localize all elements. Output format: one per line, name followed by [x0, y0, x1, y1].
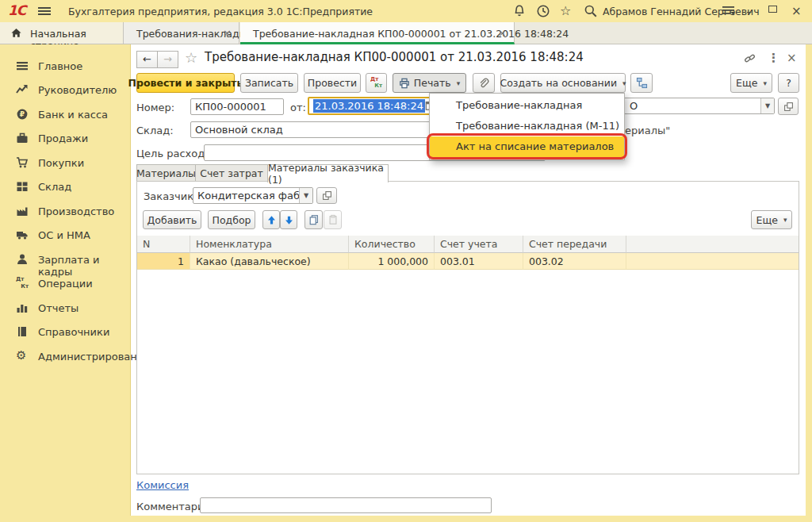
- sidebar-item-rukovoditelyu[interactable]: Руководителю: [0, 79, 131, 102]
- table-row-cell-empty[interactable]: [626, 253, 799, 270]
- tab-materialy-zakazchika[interactable]: Материалы заказчика (1): [267, 164, 389, 182]
- sidebar-item-sklad[interactable]: Склад: [0, 176, 131, 198]
- trend-icon: [16, 83, 29, 96]
- window-frame-right: [806, 44, 812, 522]
- truck-icon: [16, 228, 29, 241]
- close-document-icon[interactable]: ×: [787, 51, 797, 65]
- sidebar-item-otchety[interactable]: Отчеты: [0, 297, 131, 320]
- paperclip-icon: [478, 78, 489, 89]
- post-and-close-button[interactable]: Провести и закрыть: [136, 73, 235, 93]
- tab-document-active[interactable]: Требование-накладная КП00-000001 от 21.0…: [240, 22, 515, 44]
- table-row-cell-kolichestvo[interactable]: 1 000,000: [349, 253, 435, 270]
- sidebar-item-operacii[interactable]: ДтКт Операции: [0, 273, 131, 295]
- application-title: Бухгалтерия предприятия, редакция 3.0 1С…: [68, 6, 373, 17]
- sidebar-item-label: ОС и НМА: [38, 229, 90, 241]
- tab-close-icon[interactable]: ×: [223, 27, 232, 39]
- favorites-icon[interactable]: ☆: [560, 3, 574, 17]
- factory-icon: [16, 205, 29, 217]
- sections-sidebar: Главное Руководителю ₽ Банк и касса Прод…: [0, 44, 131, 522]
- arrow-up-icon: [266, 215, 277, 225]
- gear-icon: ⚙: [16, 348, 29, 361]
- get-link-icon[interactable]: [744, 52, 756, 64]
- help-button[interactable]: ?: [778, 73, 799, 93]
- number-field[interactable]: КП00-000001: [190, 98, 284, 115]
- history-icon[interactable]: [536, 4, 550, 18]
- warehouse-blocks-icon: [16, 180, 29, 193]
- sidebar-item-label: Руководителю: [38, 84, 117, 96]
- save-button[interactable]: Записать: [240, 73, 298, 93]
- tab-label: Требование-накладная КП00-000001 от 21.0…: [253, 28, 569, 40]
- close-window-icon[interactable]: ×: [791, 5, 802, 17]
- chevron-down-icon[interactable]: ▼: [299, 188, 312, 203]
- col-header-n[interactable]: N: [137, 236, 190, 253]
- print-button[interactable]: Печать: [393, 73, 466, 93]
- sidebar-item-administrirovanie[interactable]: ⚙ Администрирование: [0, 346, 131, 368]
- sidebar-item-bank-i-kassa[interactable]: ₽ Банк и касса: [0, 104, 131, 126]
- table-row-cell-nomenklatura[interactable]: Какао (давальческое): [190, 253, 349, 270]
- add-row-button[interactable]: Добавить: [143, 210, 201, 229]
- tab-materialy[interactable]: Материалы: [136, 164, 196, 182]
- sidebar-item-pokupki[interactable]: Покупки: [0, 152, 131, 175]
- structure-report-button[interactable]: [630, 73, 653, 93]
- ruble-coin-icon: ₽: [16, 108, 29, 121]
- table-row-cell-schet-peredachi[interactable]: 003.02: [523, 253, 626, 270]
- table-row-cell-n[interactable]: 1: [137, 253, 190, 270]
- sidebar-item-label: Склад: [38, 181, 71, 193]
- customer-field[interactable]: Кондитерская фабрика куп ▼: [193, 187, 313, 204]
- col-header-nomenklatura[interactable]: Номенклатура: [190, 236, 349, 253]
- table-row-cell-schet-ucheta[interactable]: 003.01: [435, 253, 523, 270]
- sidebar-item-label: Администрирование: [38, 351, 150, 363]
- chevron-down-icon[interactable]: ▼: [760, 98, 774, 113]
- attachments-button[interactable]: [473, 73, 495, 93]
- post-button[interactable]: Провести: [304, 73, 361, 93]
- paste-row-button[interactable]: [324, 210, 342, 229]
- commission-link[interactable]: Комиссия: [136, 479, 189, 491]
- more-kebab-icon[interactable]: ⋮: [768, 51, 779, 65]
- menu-item-trebovanie-nakladnaya[interactable]: Требование-накладная: [430, 95, 624, 116]
- menu-item-akt-na-spisanie[interactable]: Акт на списание материалов: [430, 136, 624, 157]
- sidebar-item-proizvodstvo[interactable]: Производство: [0, 201, 131, 223]
- open-organization-button[interactable]: [778, 98, 799, 115]
- favorite-star-icon[interactable]: ☆: [185, 49, 197, 66]
- comment-field[interactable]: [200, 497, 492, 513]
- forward-button[interactable]: →: [157, 51, 178, 68]
- sidebar-item-os-i-nma[interactable]: ОС и НМА: [0, 225, 131, 247]
- move-down-button[interactable]: [280, 210, 297, 229]
- tab-trebovaniya-nakladnye[interactable]: Требования-накладные ×: [124, 22, 239, 44]
- document-title: Требование-накладная КП00-000001 от 21.0…: [205, 50, 584, 64]
- col-header-schet-ucheta[interactable]: Счет учета: [435, 236, 523, 253]
- search-icon[interactable]: [584, 4, 598, 18]
- sidebar-item-spravochniki[interactable]: Справочники: [0, 321, 131, 344]
- open-customer-button[interactable]: [316, 187, 337, 204]
- tab-close-icon[interactable]: ×: [498, 27, 507, 39]
- col-header-schet-peredachi[interactable]: Счет передачи: [523, 236, 626, 253]
- dt-kt-icon: ДтКт: [16, 277, 29, 290]
- copy-row-button[interactable]: [304, 210, 323, 229]
- show-postings-button[interactable]: ДтКт: [366, 73, 387, 93]
- maximize-icon[interactable]: [768, 6, 777, 13]
- main-menu-icon[interactable]: [38, 6, 51, 17]
- printer-icon: [399, 78, 410, 89]
- more-button[interactable]: Еще: [730, 73, 772, 93]
- create-based-on-button[interactable]: Создать на основании: [500, 73, 626, 93]
- minimize-icon[interactable]: –: [746, 5, 752, 17]
- book-icon: [16, 325, 29, 338]
- top-bar: 1С Бухгалтерия предприятия, редакция 3.0…: [0, 0, 812, 22]
- sidebar-item-prodazhi[interactable]: Продажи: [0, 128, 131, 150]
- date-field[interactable]: 21.03.2016 18:48:24: [308, 97, 441, 115]
- dt-kt-icon: ДтКт: [370, 77, 382, 89]
- pick-button[interactable]: Подбор: [208, 210, 255, 229]
- move-up-button[interactable]: [262, 210, 280, 229]
- open-windows-tabbar: Начальная страница Требования-накладные …: [0, 22, 812, 44]
- back-button[interactable]: ←: [136, 51, 158, 68]
- sidebar-item-glavnoe[interactable]: Главное: [0, 56, 131, 78]
- sidebar-item-zarplata-i-kadry[interactable]: Зарплата и кадры: [0, 249, 131, 271]
- menu-item-trebovanie-nakladnaya-m11[interactable]: Требование-накладная (М-11): [430, 116, 624, 136]
- col-header-kolichestvo[interactable]: Количество: [349, 236, 435, 253]
- sections-menu-icon: [16, 59, 29, 72]
- service-menu-icon[interactable]: [722, 6, 736, 20]
- notifications-icon[interactable]: [512, 4, 527, 18]
- home-tab[interactable]: Начальная страница: [0, 22, 124, 44]
- table-more-button[interactable]: Еще: [751, 210, 792, 229]
- tab-schet-zatrat[interactable]: Счет затрат: [195, 164, 268, 182]
